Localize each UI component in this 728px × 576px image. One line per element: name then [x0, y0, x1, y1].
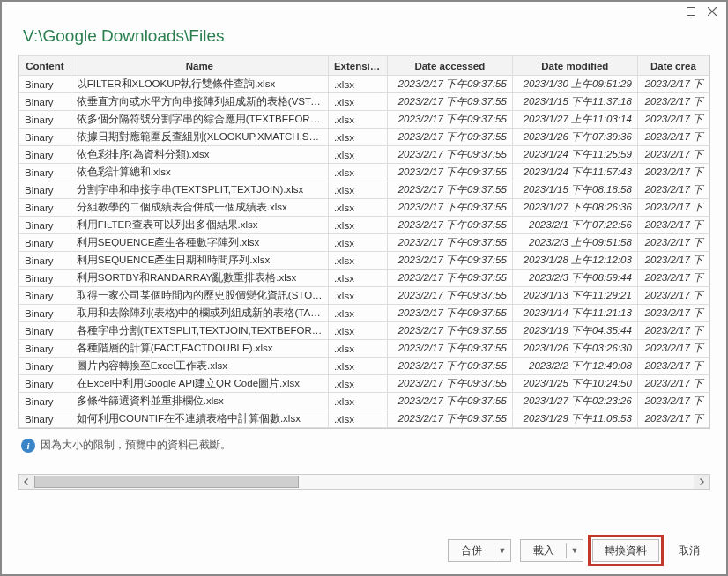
table-row[interactable]: Binary多條件篩選資料並重排欄位.xlsx.xlsx2023/2/17 下午…	[19, 393, 709, 410]
cell-name: 取得一家公司某個時間內的歷史股價變化資訊(STOC...	[71, 287, 328, 305]
table-row[interactable]: Binary利用FILTER查表可以列出多個結果.xlsx.xlsx2023/2…	[19, 217, 709, 234]
cell-name: 在Excel中利用Google API建立QR Code圖片.xlsx	[71, 375, 328, 393]
cell-date-modified: 2023/1/27 下午02:23:26	[512, 393, 637, 410]
table-row[interactable]: Binary如何利用COUNTIF在不連續表格中計算個數.xlsx.xlsx20…	[19, 410, 709, 428]
info-message: i 因為大小的限制，預覽中的資料已截斷。	[18, 429, 710, 456]
table-row[interactable]: Binary依據日期對應範圍反查組別(XLOOKUP,XMATCH,SUM...…	[19, 129, 709, 146]
close-icon[interactable]	[702, 4, 723, 19]
table-row[interactable]: Binary分組教學的二個成績表合併成一個成績表.xlsx.xlsx2023/2…	[19, 199, 709, 217]
table-row[interactable]: Binary利用SEQUENCE產生日期和時間序列.xlsx.xlsx2023/…	[19, 252, 709, 270]
table-row[interactable]: Binary圖片內容轉換至Excel工作表.xlsx.xlsx2023/2/17…	[19, 358, 709, 375]
chevron-down-icon[interactable]: ▼	[567, 546, 583, 555]
cell-name: 各種階層的計算(FACT,FACTDOUBLE).xlsx	[71, 340, 328, 358]
cell-date-accessed: 2023/2/17 下午09:37:55	[387, 305, 512, 322]
scroll-track[interactable]	[34, 475, 694, 489]
cell-extension: .xlsx	[328, 305, 387, 322]
scroll-right-icon[interactable]	[694, 475, 709, 489]
cell-date-created: 2023/2/17 下	[637, 129, 709, 146]
cell-extension: .xlsx	[328, 270, 387, 287]
cell-extension: .xlsx	[328, 111, 387, 129]
transform-data-button[interactable]: 轉換資料	[592, 539, 659, 562]
cell-content: Binary	[19, 322, 71, 340]
cell-extension: .xlsx	[328, 217, 387, 234]
cell-date-accessed: 2023/2/17 下午09:37:55	[387, 199, 512, 217]
cancel-label: 取消	[679, 543, 700, 558]
cell-content: Binary	[19, 234, 71, 252]
combine-button[interactable]: 合併 ▼	[448, 539, 511, 562]
cell-date-modified: 2023/1/24 下午11:57:43	[512, 164, 637, 181]
cell-name: 分組教學的二個成績表合併成一個成績表.xlsx	[71, 199, 328, 217]
table-row[interactable]: Binary依垂直方向或水平方向串接陣列組成新的表格(VSTA....xlsx2…	[19, 93, 709, 111]
col-date-accessed[interactable]: Date accessed	[387, 56, 512, 76]
combine-label: 合併	[461, 543, 482, 558]
cell-extension: .xlsx	[328, 358, 387, 375]
table-row[interactable]: Binary利用SORTBY和RANDARRAY亂數重排表格.xlsx.xlsx…	[19, 270, 709, 287]
cell-date-modified: 2023/1/14 下午11:21:13	[512, 305, 637, 322]
scroll-thumb[interactable]	[34, 476, 299, 488]
col-date-created[interactable]: Date crea	[637, 56, 709, 76]
table-row[interactable]: Binary依色彩排序(為資料分類).xlsx.xlsx2023/2/17 下午…	[19, 146, 709, 164]
cell-date-accessed: 2023/2/17 下午09:37:55	[387, 322, 512, 340]
cell-date-created: 2023/2/17 下	[637, 199, 709, 217]
cell-content: Binary	[19, 199, 71, 217]
cell-name: 取用和去除陣列(表格)中的欄或列組成新的表格(TAK...	[71, 305, 328, 322]
table-row[interactable]: Binary以FILTER和XLOOKUP執行雙條件查詢.xlsx.xlsx20…	[19, 76, 709, 93]
table-row[interactable]: Binary依多個分隔符號分割字串的綜合應用(TEXTBEFORE,T....x…	[19, 111, 709, 129]
cell-date-accessed: 2023/2/17 下午09:37:55	[387, 340, 512, 358]
table-row[interactable]: Binary在Excel中利用Google API建立QR Code圖片.xls…	[19, 375, 709, 393]
table-row[interactable]: Binary各種字串分割(TEXTSPLIT,TEXTJOIN,TEXTBEFO…	[19, 322, 709, 340]
cell-date-created: 2023/2/17 下	[637, 393, 709, 410]
scroll-left-icon[interactable]	[19, 475, 34, 489]
cell-date-accessed: 2023/2/17 下午09:37:55	[387, 270, 512, 287]
cell-date-modified: 2023/2/3 上午09:51:58	[512, 234, 637, 252]
cell-date-modified: 2023/2/3 下午08:59:44	[512, 270, 637, 287]
maximize-icon[interactable]	[680, 4, 702, 19]
cell-content: Binary	[19, 305, 71, 322]
table-row[interactable]: Binary取用和去除陣列(表格)中的欄或列組成新的表格(TAK....xlsx…	[19, 305, 709, 322]
cell-date-created: 2023/2/17 下	[637, 270, 709, 287]
cell-name: 利用SEQUENCE產生各種數字陣列.xlsx	[71, 234, 328, 252]
cell-name: 利用FILTER查表可以列出多個結果.xlsx	[71, 217, 328, 234]
cell-content: Binary	[19, 111, 71, 129]
cell-name: 圖片內容轉換至Excel工作表.xlsx	[71, 358, 328, 375]
cell-date-accessed: 2023/2/17 下午09:37:55	[387, 181, 512, 199]
chevron-down-icon[interactable]: ▼	[494, 546, 510, 555]
table-header-row: Content Name Extension Date accessed Dat…	[19, 56, 709, 76]
cell-content: Binary	[19, 217, 71, 234]
cell-content: Binary	[19, 93, 71, 111]
cell-extension: .xlsx	[328, 340, 387, 358]
cell-content: Binary	[19, 340, 71, 358]
col-date-modified[interactable]: Date modified	[512, 56, 637, 76]
cell-content: Binary	[19, 76, 71, 93]
cell-content: Binary	[19, 375, 71, 393]
cell-name: 以FILTER和XLOOKUP執行雙條件查詢.xlsx	[71, 76, 328, 93]
table-row[interactable]: Binary各種階層的計算(FACT,FACTDOUBLE).xlsx.xlsx…	[19, 340, 709, 358]
cell-date-created: 2023/2/17 下	[637, 375, 709, 393]
cell-content: Binary	[19, 410, 71, 428]
cell-content: Binary	[19, 393, 71, 410]
table-row[interactable]: Binary取得一家公司某個時間內的歷史股價變化資訊(STOC....xlsx2…	[19, 287, 709, 305]
cell-name: 分割字串和串接字串(TEXTSPLIT,TEXTJOIN).xlsx	[71, 181, 328, 199]
cell-extension: .xlsx	[328, 199, 387, 217]
cell-date-created: 2023/2/17 下	[637, 111, 709, 129]
cell-name: 各種字串分割(TEXTSPLIT,TEXTJOIN,TEXTBEFORE,TEX…	[71, 322, 328, 340]
cell-name: 依多個分隔符號分割字串的綜合應用(TEXTBEFORE,T...	[71, 111, 328, 129]
cell-date-modified: 2023/2/1 下午07:22:56	[512, 217, 637, 234]
load-button[interactable]: 載入 ▼	[520, 539, 583, 562]
cell-extension: .xlsx	[328, 252, 387, 270]
col-content[interactable]: Content	[19, 56, 71, 76]
cell-content: Binary	[19, 129, 71, 146]
cell-extension: .xlsx	[328, 164, 387, 181]
cell-date-modified: 2023/1/13 下午11:29:21	[512, 287, 637, 305]
col-name[interactable]: Name	[71, 56, 328, 76]
cancel-button[interactable]: 取消	[668, 539, 710, 562]
cell-name: 依色彩排序(為資料分類).xlsx	[71, 146, 328, 164]
horizontal-scrollbar[interactable]	[18, 474, 710, 490]
table-row[interactable]: Binary分割字串和串接字串(TEXTSPLIT,TEXTJOIN).xlsx…	[19, 181, 709, 199]
cell-date-created: 2023/2/17 下	[637, 181, 709, 199]
table-row[interactable]: Binary依色彩計算總和.xlsx.xlsx2023/2/17 下午09:37…	[19, 164, 709, 181]
cell-date-modified: 2023/2/2 下午12:40:08	[512, 358, 637, 375]
table-row[interactable]: Binary利用SEQUENCE產生各種數字陣列.xlsx.xlsx2023/2…	[19, 234, 709, 252]
col-extension[interactable]: Extension	[328, 56, 387, 76]
cell-content: Binary	[19, 146, 71, 164]
